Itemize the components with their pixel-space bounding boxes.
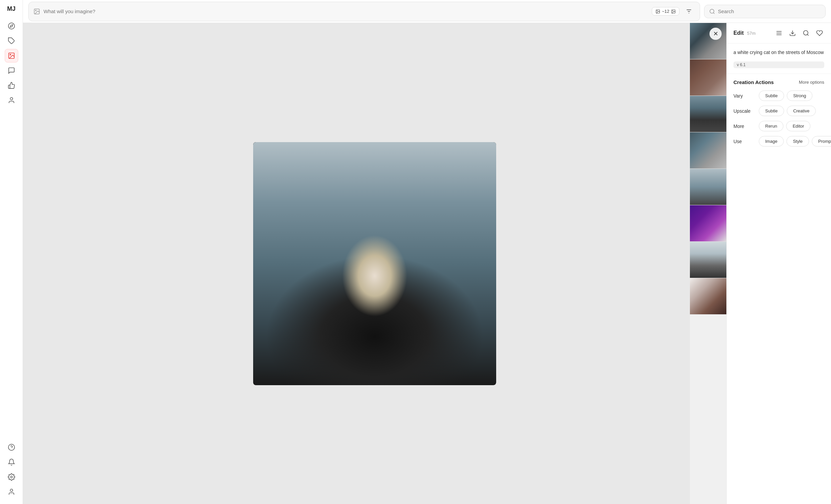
use-image-button[interactable]: Image — [759, 136, 784, 147]
image-count-icon — [671, 9, 676, 14]
image-count-badge: ~12 — [652, 7, 679, 16]
use-row: Use Image Style Prompt — [733, 136, 824, 147]
zoom-button[interactable] — [801, 28, 811, 38]
sidebar-item-settings[interactable] — [5, 470, 18, 484]
thumbnail-8[interactable] — [690, 278, 726, 315]
search-input[interactable] — [718, 8, 821, 14]
svg-marker-1 — [10, 25, 13, 27]
thumbnail-6[interactable] — [690, 205, 726, 242]
svg-point-19 — [710, 9, 714, 13]
creation-actions: Creation Actions More options Vary Subtl… — [727, 74, 831, 157]
sidebar: MJ — [0, 0, 23, 504]
main-image-inner — [253, 142, 496, 385]
image-viewer: ✕ — [23, 23, 726, 504]
panel-title: Edit — [733, 30, 744, 36]
close-button[interactable]: ✕ — [709, 28, 722, 40]
actions-header: Creation Actions More options — [733, 79, 824, 85]
thumbnail-3[interactable] — [690, 96, 726, 132]
vary-subtle-button[interactable]: Subtle — [759, 90, 784, 101]
image-icon — [33, 8, 40, 15]
svg-line-20 — [713, 12, 714, 14]
download-button[interactable] — [788, 28, 797, 38]
more-row: More Rerun Editor — [733, 121, 824, 131]
thumbnail-7[interactable] — [690, 242, 726, 278]
svg-point-25 — [804, 31, 808, 35]
more-buttons: Rerun Editor — [759, 121, 810, 131]
thumbnail-2[interactable] — [690, 59, 726, 96]
actions-title: Creation Actions — [733, 79, 774, 85]
vary-label: Vary — [733, 93, 755, 99]
vary-row: Vary Subtle Strong — [733, 90, 824, 101]
body-area: ✕ Edit 57m — [23, 23, 831, 504]
main-image — [253, 142, 496, 385]
vary-strong-button[interactable]: Strong — [787, 90, 812, 101]
image-count-value: ~12 — [662, 9, 669, 14]
panel-time: 57m — [747, 31, 755, 36]
panel-actions — [774, 28, 824, 38]
upscale-buttons: Subtle Creative — [759, 106, 816, 116]
sidebar-item-chat[interactable] — [5, 64, 18, 77]
version-badge: v 6.1 — [733, 61, 824, 68]
upscale-subtle-button[interactable]: Subtle — [759, 106, 784, 116]
more-options-link[interactable]: More options — [799, 80, 824, 85]
topbar: ~12 — [23, 0, 831, 23]
thumbnail-1[interactable] — [690, 23, 726, 59]
panel-header: Edit 57m — [727, 23, 831, 44]
use-prompt-button[interactable]: Prompt — [812, 136, 831, 147]
use-style-button[interactable]: Style — [786, 136, 809, 147]
svg-point-15 — [672, 10, 673, 11]
sidebar-item-user[interactable] — [5, 485, 18, 499]
sidebar-item-compass[interactable] — [5, 19, 18, 33]
menu-icon-button[interactable] — [774, 28, 784, 38]
thumbnail-4[interactable] — [690, 132, 726, 169]
sidebar-item-notifications[interactable] — [5, 455, 18, 469]
svg-point-11 — [35, 10, 36, 10]
search-container[interactable] — [704, 5, 826, 18]
upscale-label: Upscale — [733, 108, 755, 114]
svg-point-6 — [8, 444, 14, 450]
prompt-input-container[interactable]: ~12 — [28, 2, 700, 21]
thumbnail-5[interactable] — [690, 169, 726, 205]
upscale-creative-button[interactable]: Creative — [787, 106, 816, 116]
app-logo[interactable]: MJ — [7, 5, 16, 12]
upscale-row: Upscale Subtle Creative — [733, 106, 824, 116]
svg-point-9 — [10, 489, 12, 492]
use-label: Use — [733, 139, 755, 144]
filter-button[interactable] — [683, 5, 695, 18]
use-buttons: Image Style Prompt — [759, 136, 831, 147]
sidebar-item-tag[interactable] — [5, 34, 18, 48]
svg-line-26 — [807, 34, 809, 36]
svg-point-4 — [10, 54, 11, 55]
sidebar-item-images[interactable] — [5, 49, 18, 62]
panel-description: a white crying cat on the streets of Mos… — [727, 44, 831, 61]
svg-point-5 — [10, 98, 12, 100]
heart-button[interactable] — [815, 28, 824, 38]
svg-point-0 — [8, 23, 14, 29]
sidebar-item-help[interactable] — [5, 441, 18, 454]
editor-button[interactable]: Editor — [786, 121, 810, 131]
sidebar-item-like[interactable] — [5, 79, 18, 92]
right-panel: Edit 57m a white cry — [726, 23, 831, 504]
sidebar-item-profile[interactable] — [5, 94, 18, 107]
search-icon — [709, 8, 715, 15]
main-content: ~12 ✕ — [23, 0, 831, 504]
svg-point-8 — [10, 476, 12, 478]
thumbnail-strip — [690, 23, 726, 504]
more-label: More — [733, 124, 755, 129]
vary-buttons: Subtle Strong — [759, 90, 812, 101]
prompt-input[interactable] — [44, 8, 648, 14]
svg-point-13 — [657, 10, 658, 11]
rerun-button[interactable]: Rerun — [759, 121, 783, 131]
